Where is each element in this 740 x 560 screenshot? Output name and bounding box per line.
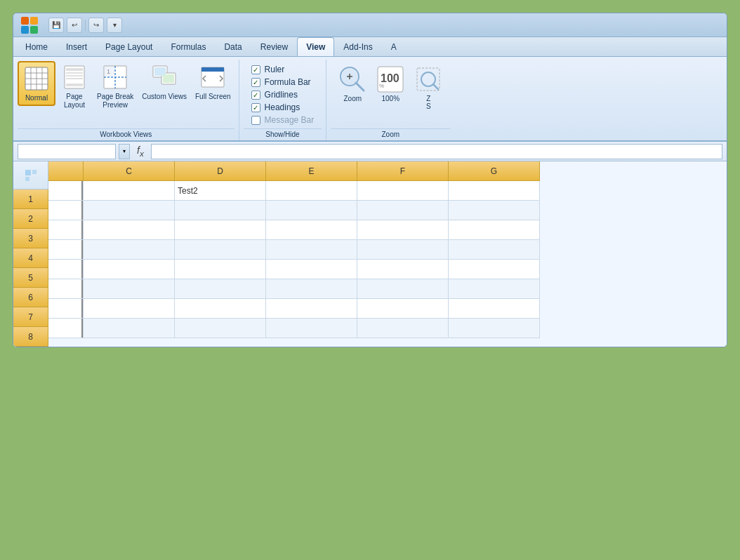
full-screen-button[interactable]: Full Screen	[192, 61, 234, 103]
cell-d3[interactable]	[175, 220, 266, 240]
name-box-dropdown[interactable]: ▾	[119, 144, 130, 159]
row-header-7[interactable]: 7	[13, 307, 48, 327]
cell-g7[interactable]	[449, 299, 540, 319]
show-hide-group: Ruler Formula Bar Gridlines Headings Mes…	[239, 60, 327, 140]
headings-checkbox[interactable]	[251, 103, 260, 112]
cell-g5[interactable]	[449, 260, 540, 279]
cell-d2[interactable]	[175, 201, 266, 220]
cell-e1[interactable]	[266, 181, 357, 201]
message-bar-toggle[interactable]: Message Bar	[249, 114, 317, 126]
tab-home[interactable]: Home	[16, 37, 57, 56]
row-header-3[interactable]: 3	[13, 229, 48, 248]
page-layout-view-button[interactable]: PageLayout	[57, 61, 92, 112]
cell-f8[interactable]	[357, 319, 449, 338]
cell-b3[interactable]	[48, 220, 84, 240]
cell-d1[interactable]: Test2	[175, 181, 266, 201]
row-header-6[interactable]: 6	[13, 288, 48, 307]
cell-g3[interactable]	[449, 220, 540, 240]
cell-g6[interactable]	[449, 279, 540, 299]
svg-rect-27	[201, 67, 224, 72]
cell-c3[interactable]	[84, 220, 175, 240]
cell-d5[interactable]	[175, 260, 266, 279]
cell-f3[interactable]	[357, 220, 449, 240]
headings-toggle[interactable]: Headings	[249, 102, 317, 113]
zoom-selection-button[interactable]: ZS	[411, 64, 446, 110]
gridlines-checkbox[interactable]	[251, 91, 260, 100]
save-button[interactable]: 💾	[48, 18, 64, 33]
office-button[interactable]	[18, 13, 41, 37]
row-header-2[interactable]: 2	[13, 209, 48, 229]
cell-b6[interactable]	[48, 279, 84, 299]
tab-page-layout[interactable]: Page Layout	[96, 37, 161, 56]
formula-bar-toggle[interactable]: Formula Bar	[249, 76, 317, 88]
ruler-toggle[interactable]: Ruler	[249, 64, 317, 75]
cell-b5[interactable]	[48, 260, 84, 279]
tab-extra[interactable]: A	[382, 37, 406, 56]
col-header-b[interactable]	[48, 161, 84, 181]
cell-d7[interactable]	[175, 299, 266, 319]
cell-g1[interactable]	[449, 181, 540, 201]
cell-g8[interactable]	[449, 319, 540, 338]
row-header-8[interactable]: 8	[13, 327, 48, 347]
cell-c4[interactable]	[84, 240, 175, 260]
formula-bar-checkbox[interactable]	[251, 78, 260, 87]
cell-f4[interactable]	[357, 240, 449, 260]
gridlines-toggle[interactable]: Gridlines	[249, 89, 317, 100]
row-header-5[interactable]: 5	[13, 268, 48, 288]
cell-f5[interactable]	[357, 260, 449, 279]
cell-d8[interactable]	[175, 319, 266, 338]
cell-e6[interactable]	[266, 279, 357, 299]
cell-e2[interactable]	[266, 201, 357, 220]
row-header-4[interactable]: 4	[13, 248, 48, 268]
cell-c5[interactable]	[84, 260, 175, 279]
cell-c8[interactable]	[84, 319, 175, 338]
normal-view-button[interactable]: Normal	[18, 61, 55, 106]
cell-e8[interactable]	[266, 319, 357, 338]
cell-c1[interactable]	[84, 181, 175, 201]
cell-d4[interactable]	[175, 240, 266, 260]
tab-review[interactable]: Review	[251, 37, 297, 56]
tab-data[interactable]: Data	[215, 37, 251, 56]
cell-e5[interactable]	[266, 260, 357, 279]
col-header-e[interactable]: E	[266, 161, 357, 181]
cell-c2[interactable]	[84, 201, 175, 220]
cell-b7[interactable]	[48, 299, 84, 319]
tab-view[interactable]: View	[297, 37, 334, 56]
row-header-1[interactable]: 1	[13, 189, 48, 209]
custom-views-button[interactable]: Custom Views	[138, 61, 190, 103]
message-bar-checkbox[interactable]	[251, 116, 260, 125]
col-header-f[interactable]: F	[357, 161, 449, 181]
cell-b1[interactable]	[48, 181, 84, 201]
page-break-preview-button[interactable]: 1 Page BreakPreview	[93, 61, 137, 112]
cell-d6[interactable]	[175, 279, 266, 299]
cell-e3[interactable]	[266, 220, 357, 240]
col-header-g[interactable]: G	[449, 161, 540, 181]
col-header-d[interactable]: D	[175, 161, 266, 181]
zoom-100-button[interactable]: 100 % 100%	[373, 64, 408, 102]
undo-button[interactable]: ↩	[67, 18, 82, 33]
tab-formulas[interactable]: Formulas	[161, 37, 215, 56]
formula-input[interactable]	[151, 144, 722, 159]
col-header-c[interactable]: C	[84, 161, 175, 181]
svg-rect-16	[66, 84, 83, 86]
tab-insert[interactable]: Insert	[57, 37, 96, 56]
cell-g4[interactable]	[449, 240, 540, 260]
cell-b4[interactable]	[48, 240, 84, 260]
cell-b2[interactable]	[48, 201, 84, 220]
cell-c7[interactable]	[84, 299, 175, 319]
cell-f6[interactable]	[357, 279, 449, 299]
cell-f1[interactable]	[357, 181, 449, 201]
cell-b8[interactable]	[48, 319, 84, 338]
cell-f2[interactable]	[357, 201, 449, 220]
customize-button[interactable]: ▾	[107, 18, 122, 33]
cell-e7[interactable]	[266, 299, 357, 319]
redo-button[interactable]: ↪	[88, 18, 104, 33]
ruler-checkbox[interactable]	[251, 65, 260, 74]
cell-c6[interactable]	[84, 279, 175, 299]
zoom-button[interactable]: Zoom	[335, 64, 370, 102]
cell-f7[interactable]	[357, 299, 449, 319]
cell-e4[interactable]	[266, 240, 357, 260]
name-box[interactable]	[18, 144, 116, 159]
cell-g2[interactable]	[449, 201, 540, 220]
tab-addins[interactable]: Add-Ins	[334, 37, 381, 56]
